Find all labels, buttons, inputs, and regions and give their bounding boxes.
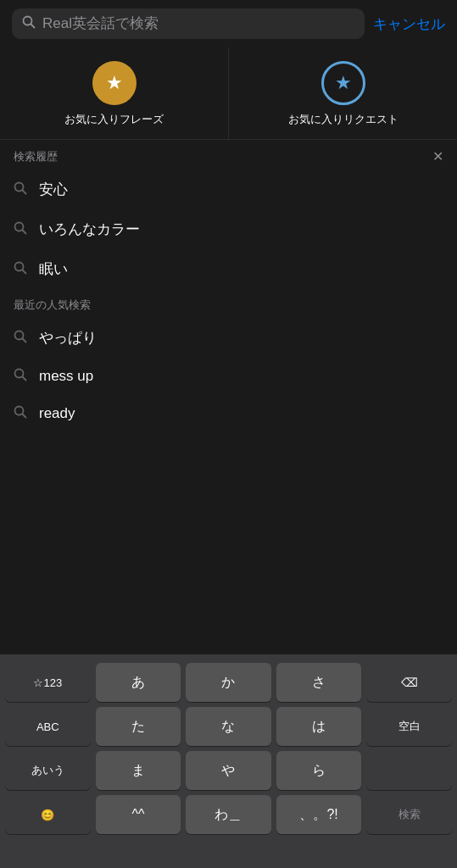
- key-わ＿[interactable]: わ＿: [186, 795, 271, 834]
- trending-item-text: mess up: [39, 368, 93, 385]
- key-empty: [366, 751, 452, 790]
- history-item-text: いろんなカラー: [39, 220, 140, 239]
- key-検索[interactable]: 検索: [366, 795, 452, 834]
- trending-search-icon: [14, 405, 27, 422]
- key-⌫[interactable]: ⌫: [366, 663, 452, 702]
- history-item-text: 眠い: [39, 259, 68, 279]
- favorites-requests-icon: ★: [321, 61, 365, 105]
- favorites-requests-item[interactable]: ★ お気に入りリクエスト: [229, 47, 457, 139]
- key-た[interactable]: た: [96, 707, 181, 746]
- search-icon: [22, 15, 36, 32]
- key-ら[interactable]: ら: [276, 751, 362, 790]
- keyboard-row-4: 😊^^わ＿、。?!検索: [0, 795, 457, 839]
- key-^^[interactable]: ^^: [96, 795, 181, 834]
- svg-line-13: [23, 415, 26, 418]
- favorites-phrases-icon: ★: [92, 61, 137, 105]
- favorites-phrases-label: お気に入りフレーズ: [64, 112, 164, 127]
- key-あいう[interactable]: あいう: [5, 751, 91, 790]
- history-item[interactable]: 眠い: [0, 249, 457, 289]
- search-input-wrapper: [12, 8, 365, 39]
- trending-search-icon: [14, 330, 27, 347]
- keyboard-spacer: [0, 654, 457, 663]
- keyboard-rows: ☆123あかさ⌫ABCたなは空白あいうまやら😊^^わ＿、。?!検索: [0, 663, 457, 839]
- star-filled-icon: ★: [106, 72, 123, 94]
- svg-line-9: [23, 338, 26, 342]
- search-history-header: 検索履歴 ✕: [0, 140, 457, 170]
- trending-item-text: ready: [39, 405, 75, 422]
- svg-line-5: [23, 230, 26, 233]
- key-か[interactable]: か: [186, 663, 271, 702]
- search-item-icon: [14, 221, 27, 238]
- history-item[interactable]: 安心: [0, 170, 457, 209]
- svg-line-7: [23, 270, 26, 273]
- svg-line-3: [23, 190, 26, 193]
- trending-item-text: やっぱり: [39, 328, 97, 348]
- search-bar: キャンセル: [0, 0, 457, 47]
- trending-section-label: 最近の人気検索: [0, 289, 457, 318]
- trending-search-icon: [14, 368, 27, 385]
- search-item-icon: [14, 261, 27, 278]
- trending-item[interactable]: やっぱり: [0, 318, 457, 358]
- search-item-icon: [14, 181, 27, 198]
- trending-list: やっぱり mess up ready: [0, 318, 457, 432]
- search-input[interactable]: [42, 15, 354, 32]
- key-ま[interactable]: ま: [96, 751, 181, 790]
- key-☆123[interactable]: ☆123: [5, 663, 91, 702]
- cancel-button[interactable]: キャンセル: [373, 14, 445, 34]
- key-や[interactable]: や: [186, 751, 271, 790]
- key-、。?![interactable]: 、。?!: [276, 795, 362, 834]
- favorites-phrases-item[interactable]: ★ お気に入りフレーズ: [0, 47, 229, 139]
- key-な[interactable]: な: [186, 707, 271, 746]
- trending-item[interactable]: ready: [0, 395, 457, 432]
- star-outline-icon: ★: [335, 72, 352, 94]
- trending-item[interactable]: mess up: [0, 358, 457, 395]
- clear-history-button[interactable]: ✕: [432, 148, 443, 164]
- keyboard-row-2: ABCたなは空白: [0, 707, 457, 751]
- favorites-requests-label: お気に入りリクエスト: [288, 112, 398, 127]
- history-item-text: 安心: [39, 180, 68, 199]
- favorites-row: ★ お気に入りフレーズ ★ お気に入りリクエスト: [0, 47, 457, 140]
- history-item[interactable]: いろんなカラー: [0, 209, 457, 249]
- key-ABC[interactable]: ABC: [5, 707, 91, 746]
- history-section-label: 検索履歴: [14, 149, 58, 164]
- svg-line-11: [23, 377, 26, 381]
- bottom-bar: [0, 839, 457, 868]
- keyboard-row-3: あいうまやら: [0, 751, 457, 795]
- key-は[interactable]: は: [276, 707, 362, 746]
- svg-line-1: [31, 25, 35, 28]
- key-😊[interactable]: 😊: [5, 795, 91, 834]
- key-空白[interactable]: 空白: [366, 707, 452, 746]
- key-あ[interactable]: あ: [96, 663, 181, 702]
- keyboard-area: ☆123あかさ⌫ABCたなは空白あいうまやら😊^^わ＿、。?!検索: [0, 654, 457, 868]
- keyboard-row-1: ☆123あかさ⌫: [0, 663, 457, 707]
- history-list: 安心 いろんなカラー 眠い: [0, 170, 457, 289]
- key-さ[interactable]: さ: [276, 663, 362, 702]
